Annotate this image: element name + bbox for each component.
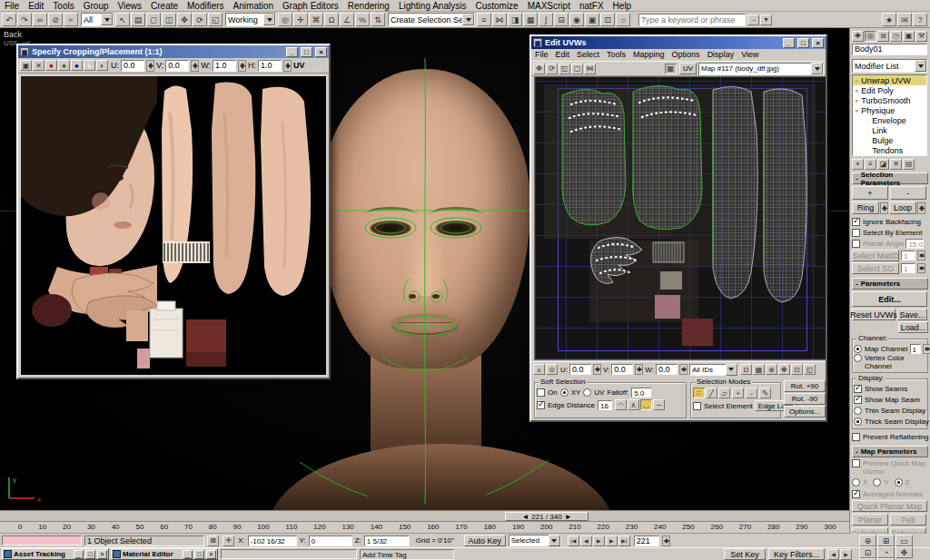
absolute-offset-icon[interactable]: ± [533,364,545,375]
ignore-backfacing-checkbox[interactable]: Ignore Backfacing [852,216,928,227]
schematic-view-icon[interactable]: ⊟ [554,13,569,26]
frame-spinner[interactable] [662,535,670,546]
uv-v-field[interactable]: 0.0 [611,364,633,375]
modifier-stack[interactable]: ●Unwrap UVW●Edit Poly●TurboSmooth●Physiq… [852,74,927,156]
u-field[interactable]: 0.0 [121,60,144,72]
add-time-tag[interactable]: Add Time Tag [360,549,454,560]
uvw-menu-item[interactable]: Options [668,49,704,61]
alpha-channel-icon[interactable]: ◐ [96,60,108,71]
key-filters-button[interactable]: Key Filters... [768,548,825,560]
edit-named-selections-icon[interactable]: ≡ [477,13,491,26]
bind-to-spacewarp-icon[interactable]: ≈ [64,13,78,26]
minimize-button[interactable]: _ [286,47,298,57]
v-field[interactable]: 0.0 [165,60,189,72]
next-key-button[interactable]: ▶ [840,549,852,560]
blue-channel-icon[interactable]: ● [71,60,83,71]
uvw-menu-item[interactable]: File [531,49,552,61]
material-id-filter-dropdown[interactable]: All IDs [689,364,738,376]
stack-row-bulge[interactable]: ·Bulge [853,135,926,145]
map-parameters-rollout[interactable]: - Map Parameters [852,446,928,457]
close-button[interactable]: × [206,550,216,559]
angle-snap-icon[interactable]: ∠ [340,13,354,26]
planar-angle-field[interactable]: 15.0 [905,239,924,249]
crop-titlebar[interactable]: ▦ Specify Cropping/Placement (1:1) _ □ × [18,45,329,58]
minimize-button[interactable]: _ [183,550,193,559]
uvw-menu-item[interactable]: Tools [603,49,629,61]
modifier-list-dropdown[interactable]: Modifier List [852,59,927,73]
select-and-scale-icon[interactable]: ◱ [208,13,223,26]
lock-selection-icon[interactable]: ⊙ [546,364,558,375]
map-type-button[interactable]: Cylindrical [852,527,888,534]
flat-falloff-icon[interactable]: ─ [653,399,665,410]
edge-distance-checkbox[interactable]: Edge Distance [537,399,595,410]
selection-lock-icon[interactable]: ⊠ [207,535,219,546]
select-matid-button[interactable]: Select MatID [852,250,899,261]
communication-center-icon[interactable]: ✉ [897,13,912,26]
red-channel-icon[interactable]: ● [45,60,57,71]
play-button[interactable]: ▶ [593,535,605,546]
previous-key-button[interactable]: ◀ [827,549,839,560]
tab-hierarchy[interactable]: ⊞ [877,31,889,42]
menu-item[interactable]: Tools [48,0,78,12]
shrink-selection-button[interactable]: - [890,186,926,200]
curve-editor-icon[interactable]: ∫ [539,13,553,26]
menu-item[interactable]: File [0,0,24,12]
uv-u-spinner[interactable] [593,364,601,375]
w-field[interactable]: 1.0 [213,60,236,72]
w-spinner[interactable] [238,60,246,72]
map-channel-radio[interactable]: Map Channel [854,343,908,354]
select-and-link-icon[interactable]: ∞ [33,13,47,26]
snap-toggle-icon[interactable]: Ω [324,13,339,26]
z-axis-radio[interactable]: Z [895,476,910,487]
select-and-manipulate-icon[interactable]: ✛ [293,13,308,26]
keyboard-override-icon[interactable]: ⌘ [309,13,323,26]
set-key-button[interactable]: Set Key [724,548,766,560]
next-frame-button[interactable]: ▶ [606,535,618,546]
uvw-titlebar[interactable]: ▦ Edit UVWs _ □ × [531,36,826,49]
grow-selection-button[interactable]: + [852,186,888,200]
modifier-bulb-icon[interactable]: ● [855,107,858,113]
vertex-mode-icon[interactable]: ∷ [693,388,705,398]
rectangular-selection-region-icon[interactable]: ◻ [146,13,161,26]
help-icon[interactable]: ? [913,13,927,26]
make-unique-icon[interactable]: ◪ [877,159,889,170]
tab-display[interactable]: ▣ [903,31,915,42]
track-bar[interactable]: 0102030405060708090100110120130140150160… [0,522,849,534]
show-seams-checkbox[interactable]: Show Seams [854,383,926,394]
ring-button[interactable]: Ring [852,201,879,214]
show-end-result-icon[interactable]: ≡ [865,159,876,170]
ring-spinner[interactable] [880,202,888,214]
show-map-seam-checkbox[interactable]: Show Map Seam [854,394,926,405]
grid-toggle-icon[interactable]: ▦ [753,364,765,375]
sg-field[interactable]: 1 [901,263,915,273]
selection-filter-dropdown[interactable]: All [81,13,114,26]
zoom-uv-icon[interactable]: ⊕ [766,364,777,375]
select-object-icon[interactable]: ↖ [115,13,130,26]
modifier-bulb-icon[interactable]: · [867,127,869,133]
modifier-bulb-icon[interactable]: · [867,137,869,143]
tab-modify[interactable]: ◎ [865,31,876,42]
menu-item[interactable]: Group [79,0,114,12]
stack-row-unwrap-uvw[interactable]: ●Unwrap UVW [853,75,926,85]
menu-item[interactable]: Edit [24,0,48,12]
save-bitmap-icon[interactable]: ▣ [20,60,32,71]
maximize-button[interactable]: □ [797,38,809,48]
loop-button[interactable]: Loop [889,201,916,214]
search-dropdown-icon[interactable]: ▾ [760,15,772,25]
xy-radio[interactable]: XY [560,388,581,398]
soft-selection-on-checkbox[interactable]: On [537,388,558,398]
search-go-icon[interactable]: → [747,15,759,25]
minimized-window-asset-tracking[interactable]: Asset Tracking _ □ × [2,548,109,560]
maximize-button[interactable]: □ [301,47,312,57]
save-uvws-button[interactable]: Save... [897,309,927,320]
dropdown-arrow-icon[interactable] [263,14,275,25]
edit-uvws-button[interactable]: Edit... [852,291,927,307]
map-type-button[interactable]: Pelt [890,514,926,526]
select-and-rotate-icon[interactable]: ⟳ [193,13,207,26]
x-axis-radio[interactable]: X [852,476,867,487]
stack-row-tendons[interactable]: ·Tendons [853,145,926,155]
modifier-bulb-icon[interactable]: ● [855,87,858,93]
map-channel-field[interactable]: 1 [910,344,921,354]
uv-v-spinner[interactable] [635,364,643,375]
stack-row-physique[interactable]: ●Physique [853,105,926,115]
